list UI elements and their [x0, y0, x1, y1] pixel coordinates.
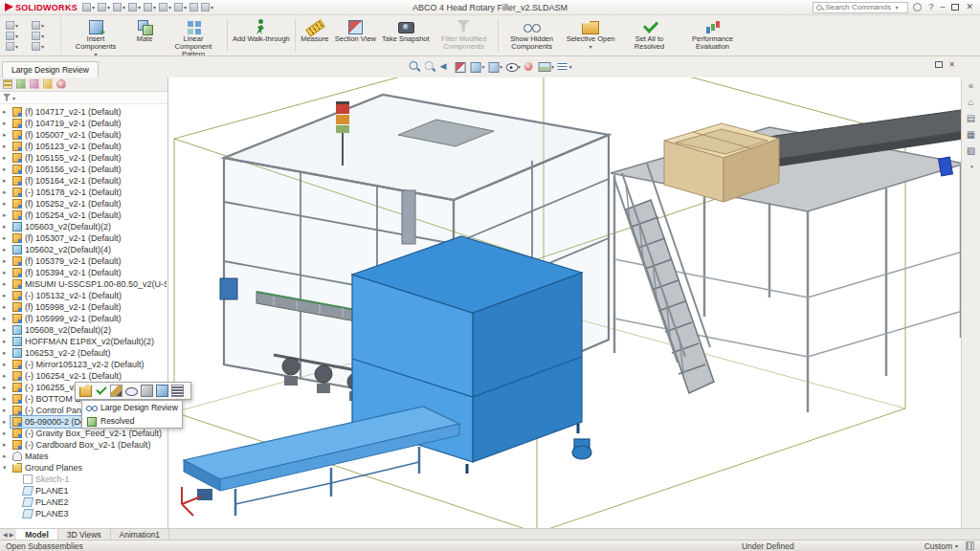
quick-access-button[interactable]: ▾ — [6, 42, 31, 51]
help-icon[interactable]: ? — [928, 3, 933, 11]
toolbar-button[interactable]: Insert Components ▾ — [64, 16, 127, 55]
edit-assembly-icon[interactable] — [110, 385, 122, 397]
hud-button[interactable]: ▾ — [504, 59, 522, 74]
expander-icon[interactable] — [3, 452, 11, 460]
configuration-selector[interactable]: Custom ▾ — [924, 541, 958, 551]
hud-button[interactable]: ▾ — [454, 59, 468, 74]
tree-item[interactable]: 105603_v2(Default)(2) — [0, 221, 167, 232]
hud-button[interactable]: ▾ — [438, 59, 453, 74]
menu-bar-button[interactable]: ▾ — [98, 3, 110, 11]
tree-item[interactable]: (f) 105007_v2-1 (Default) — [0, 129, 167, 141]
toolbar-button[interactable]: Take Snapshot ▾ — [379, 16, 433, 55]
document-tab[interactable]: Model — [16, 529, 58, 540]
tree-item[interactable]: (f) 105156_v2-1 (Default) — [0, 164, 167, 175]
feature-manager-icon[interactable] — [3, 79, 12, 89]
menu-bar-button[interactable]: ▾ — [159, 3, 171, 11]
isolate-icon[interactable] — [156, 385, 168, 397]
context-menu-item[interactable]: Resolved — [82, 414, 182, 428]
home-icon[interactable]: ⌂ — [968, 98, 973, 107]
expander-icon[interactable] — [3, 303, 11, 311]
toolbar-button[interactable]: Mate ▾ — [127, 16, 162, 55]
menu-bar-button[interactable]: ▾ — [189, 3, 198, 11]
tree-item[interactable]: 105608_v2(Default)(2) — [0, 324, 167, 336]
suppress-icon[interactable] — [141, 385, 153, 397]
component-properties-icon[interactable] — [171, 385, 184, 397]
outfeed-conveyor[interactable] — [184, 407, 459, 516]
tree-item[interactable]: (f) 105379_v2-1 (Default) — [0, 255, 167, 267]
tree-item[interactable]: (f) 105164_v2-1 (Default) — [0, 175, 167, 187]
expander-icon[interactable] — [3, 211, 11, 219]
expander-icon[interactable] — [3, 269, 11, 276]
collapse-chevrons-icon[interactable]: « — [969, 81, 974, 91]
conveyor-motor[interactable] — [939, 157, 953, 176]
tree-item[interactable]: (-) 105132_v2-1 (Default) — [0, 290, 167, 301]
hud-button[interactable]: ▾ — [486, 59, 503, 74]
expander-icon[interactable] — [3, 441, 11, 449]
expander-icon[interactable] — [3, 384, 11, 391]
login-icon[interactable] — [913, 3, 922, 11]
tree-item[interactable]: HOFFMAN E1P8X_v2(Default)(2) — [0, 336, 167, 347]
hud-button[interactable]: ▾ — [523, 59, 537, 74]
menu-bar-button[interactable]: ▾ — [82, 3, 95, 11]
tree-item[interactable]: (f) 105998_v2-1 (Default) — [0, 301, 167, 313]
expander-icon[interactable] — [3, 234, 11, 242]
tree-item[interactable]: PLANE2 — [0, 496, 167, 508]
conveyor-drive[interactable] — [197, 489, 212, 500]
hide-component-icon[interactable] — [125, 385, 138, 397]
tree-item[interactable]: PLANE3 — [0, 508, 167, 519]
maximize-icon[interactable] — [951, 4, 959, 11]
dimxpert-icon[interactable] — [43, 79, 53, 89]
hud-button[interactable]: ▾ — [469, 59, 486, 74]
context-menu-item[interactable]: Large Design Review — [82, 401, 182, 414]
quick-access-button[interactable]: ▾ — [32, 21, 56, 30]
menu-bar-button[interactable]: ▾ — [201, 3, 213, 11]
expander-icon[interactable] — [3, 120, 11, 127]
expander-icon[interactable] — [3, 188, 11, 196]
toolbar-button[interactable]: Linear Component Pattern ▾ — [162, 16, 225, 55]
file-explorer-icon[interactable]: ▦ — [967, 130, 975, 140]
tree-item[interactable]: Mates — [0, 451, 167, 462]
menu-bar-button[interactable]: ▾ — [128, 3, 141, 11]
close-document-icon[interactable]: ✕ — [948, 60, 955, 69]
quick-access-button[interactable]: ▾ — [6, 21, 31, 30]
expander-icon[interactable] — [3, 407, 11, 414]
tab-large-design-review[interactable]: Large Design Review — [2, 61, 99, 77]
hud-button[interactable]: ▾ — [408, 59, 422, 74]
3d-scene[interactable] — [168, 77, 961, 528]
tree-item[interactable]: 106253_v2-2 (Default) — [0, 347, 167, 359]
open-component-icon[interactable] — [79, 385, 92, 397]
document-tab[interactable]: 3D Views — [58, 529, 111, 540]
search-input[interactable] — [825, 3, 892, 11]
graphics-viewport[interactable] — [168, 77, 961, 528]
toolbar-button[interactable]: Measure ▾ — [298, 16, 332, 55]
expander-icon[interactable] — [3, 349, 11, 357]
expander-icon[interactable] — [3, 280, 11, 288]
view-palette-icon[interactable]: ▧ — [967, 146, 975, 156]
expander-icon[interactable] — [3, 154, 11, 162]
tree-item[interactable]: (f) 104717_v2-1 (Default) — [0, 106, 167, 118]
expander-icon[interactable] — [3, 108, 11, 116]
tree-item[interactable]: (-) Gravity Box_Feed_v2-1 (Default) — [0, 428, 167, 439]
toolbar-button[interactable]: Filter Modified Components ▾ — [433, 16, 496, 55]
tree-item[interactable]: (-) Cardboard Box_v2-1 (Default) — [0, 439, 167, 451]
tree-item[interactable]: (f) 105155_v2-1 (Default) — [0, 152, 167, 164]
set-to-resolved-icon[interactable] — [95, 385, 107, 397]
toolbar-button[interactable]: Section View ▾ — [332, 16, 379, 55]
expander-icon[interactable] — [3, 223, 11, 231]
tree-item[interactable]: (f) 105394_v2-1 (Default) — [0, 267, 167, 278]
display-manager-icon[interactable] — [56, 79, 66, 89]
tree-item[interactable]: (f) 105254_v2-1 (Default) — [0, 209, 167, 221]
quick-access-button[interactable]: ▾ — [32, 32, 56, 40]
restore-document-icon[interactable] — [935, 61, 943, 68]
tab-nav-next-icon[interactable]: ▶ — [10, 531, 14, 538]
filler-column[interactable] — [402, 190, 415, 244]
toolbar-button[interactable]: Add Walk-through ▾ — [230, 16, 293, 55]
expander-icon[interactable] — [3, 430, 11, 437]
expander-icon[interactable] — [3, 315, 11, 322]
tree-item[interactable]: (f) 104719_v2-1 (Default) — [0, 118, 167, 129]
tree-item[interactable]: (f) 105307_v2-1 (Default) — [0, 232, 167, 244]
expander-icon[interactable] — [3, 131, 11, 139]
expander-icon[interactable] — [3, 395, 11, 403]
tree-item[interactable]: 105602_v2(Default)(4) — [0, 244, 167, 255]
menu-bar-button[interactable]: ▾ — [174, 3, 187, 11]
